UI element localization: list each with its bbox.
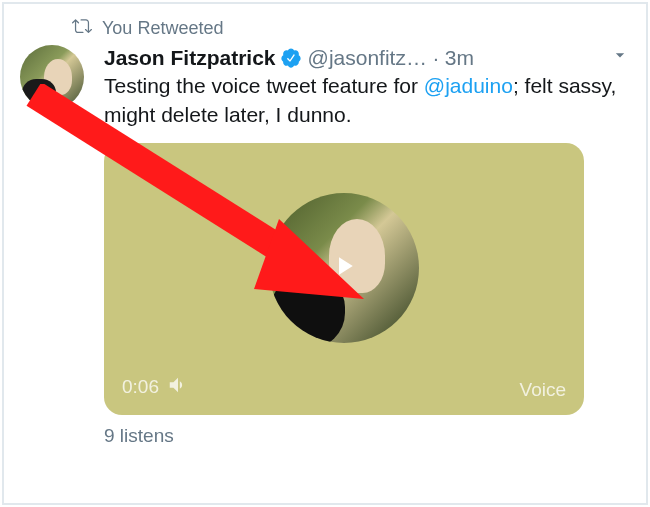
content-column: Jason Fitzpatrick @jasonfitz… · 3m Testi… xyxy=(92,45,630,447)
sound-on-icon[interactable] xyxy=(167,374,189,401)
tweet-header: Jason Fitzpatrick @jasonfitz… · 3m xyxy=(104,45,630,70)
voice-avatar xyxy=(269,193,419,343)
verified-badge-icon xyxy=(280,47,302,69)
chevron-down-icon[interactable] xyxy=(610,45,630,70)
author-handle[interactable]: @jasonfitz… xyxy=(308,45,427,70)
author-name[interactable]: Jason Fitzpatrick xyxy=(104,45,276,70)
retweet-icon xyxy=(72,16,92,41)
author-avatar[interactable] xyxy=(20,45,84,109)
avatar-column xyxy=(20,45,92,447)
tweet-text-before: Testing the voice tweet feature for xyxy=(104,74,424,97)
play-icon[interactable] xyxy=(329,251,359,285)
voice-tweet-card[interactable]: 0:06 Voice xyxy=(104,143,584,415)
tweet-card: You Retweeted Jason Fitzpatrick @jasonfi… xyxy=(2,2,648,505)
tweet-text: Testing the voice tweet feature for @jad… xyxy=(104,72,630,129)
retweet-indicator: You Retweeted xyxy=(72,16,630,41)
tweet-timestamp[interactable]: 3m xyxy=(445,45,474,70)
retweet-label: You Retweeted xyxy=(102,18,223,39)
tweet-body: Jason Fitzpatrick @jasonfitz… · 3m Testi… xyxy=(20,45,630,447)
separator-dot: · xyxy=(433,45,439,70)
listens-count: 9 listens xyxy=(104,425,630,447)
voice-type-label: Voice xyxy=(520,379,566,401)
voice-duration: 0:06 xyxy=(122,376,159,398)
voice-duration-row: 0:06 xyxy=(122,374,189,401)
mention-link[interactable]: @jaduino xyxy=(424,74,513,97)
